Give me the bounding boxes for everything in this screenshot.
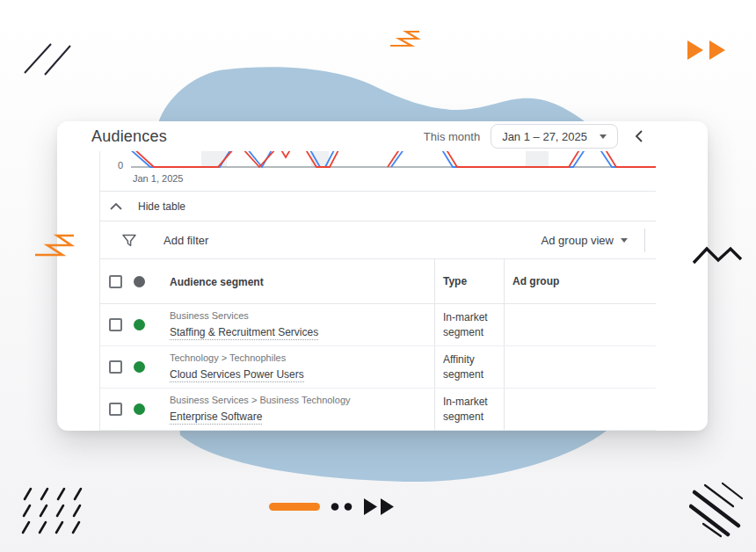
black-zigzag-right-icon (692, 244, 745, 267)
audiences-card: Audiences This month Jan 1 – 27, 2025 (57, 121, 708, 431)
y-axis-tick: 0 (118, 160, 123, 171)
double-slash-decoration-icon (21, 39, 72, 77)
column-header-type: Type (443, 275, 467, 287)
status-dot-enabled (134, 319, 145, 330)
add-filter-button[interactable]: Add filter (164, 234, 208, 247)
hide-table-toggle[interactable]: Hide table (100, 192, 656, 222)
date-range-value: Jan 1 – 27, 2025 (502, 130, 587, 143)
column-header-ad-group: Ad group (512, 275, 559, 287)
orange-zigzag-left-icon (21, 230, 79, 267)
orange-zigzag-top-icon (378, 26, 424, 60)
filter-bar: Add filter Ad group view (100, 222, 656, 259)
table-row: Business Services Staffing & Recruitment… (100, 304, 656, 346)
segment-name[interactable]: Enterprise Software (170, 410, 262, 425)
ad-group-view-label: Ad group view (542, 234, 614, 247)
audiences-panel: 0 Jan 1, 2025 Hide table Add filter Ad g… (99, 151, 656, 431)
segment-type: In-market segment (443, 395, 497, 425)
hide-table-label: Hide table (138, 200, 185, 213)
status-dot-enabled (134, 361, 145, 373)
segment-path: Business Services (170, 310, 434, 321)
select-all-checkbox[interactable] (109, 275, 122, 288)
card-header: Audiences This month Jan 1 – 27, 2025 (57, 121, 708, 151)
segment-name[interactable]: Staffing & Recruitment Services (170, 326, 318, 340)
segment-type: In-market segment (443, 310, 497, 340)
segment-name[interactable]: Cloud Services Power Users (170, 368, 304, 382)
filter-funnel-icon[interactable] (122, 234, 136, 247)
chevron-up-icon (110, 203, 122, 210)
carousel-indicator (267, 496, 396, 519)
x-axis-tick: Jan 1, 2025 (133, 173, 184, 184)
table-header-row: Audience segment Type Ad group (100, 259, 656, 304)
toolbar-divider (644, 229, 645, 252)
illustration-stage: Audiences This month Jan 1 – 27, 2025 (0, 0, 756, 552)
caret-down-icon (600, 134, 607, 139)
date-range-button[interactable]: Jan 1 – 27, 2025 (491, 124, 618, 149)
carousel-active-bar (269, 503, 320, 511)
table-row: Business Services > Business Technology … (100, 389, 656, 431)
column-header-audience-segment: Audience segment (170, 276, 264, 288)
segment-type: Affinity segment (443, 352, 497, 382)
row-checkbox[interactable] (109, 403, 122, 416)
row-checkbox[interactable] (109, 318, 122, 331)
status-dot-header (134, 276, 145, 287)
chevron-left-icon[interactable] (634, 129, 644, 143)
page-title: Audiences (91, 127, 167, 146)
slash-grid-decoration-icon (19, 485, 86, 540)
period-label: This month (424, 130, 480, 143)
ad-group-view-dropdown[interactable]: Ad group view (542, 234, 628, 247)
orange-double-arrow-icon (686, 39, 730, 62)
segment-path: Technology > Technophiles (170, 352, 434, 363)
row-checkbox[interactable] (109, 360, 122, 374)
diagonal-hatch-decoration-icon (689, 480, 747, 538)
status-dot-enabled (134, 403, 145, 415)
performance-chart: 0 Jan 1, 2025 (100, 151, 656, 192)
chart-plot-area (100, 151, 656, 178)
table-row: Technology > Technophiles Cloud Services… (100, 346, 656, 389)
caret-down-icon (621, 238, 628, 243)
segment-path: Business Services > Business Technology (170, 395, 434, 405)
